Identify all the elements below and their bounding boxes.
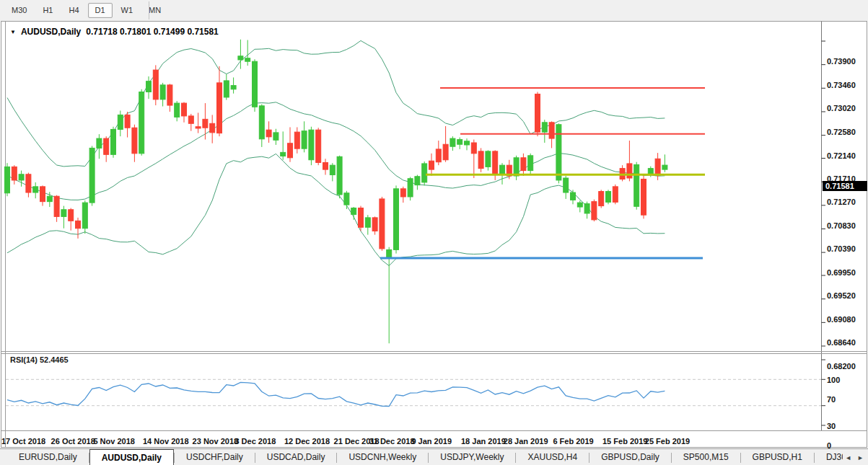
date-axis-label: 31 Dec 2018 [369, 437, 415, 446]
price-axis-label: 0.69080 [827, 315, 856, 324]
candle-body [443, 144, 448, 160]
candle-body [47, 196, 52, 201]
candle-body [380, 199, 385, 249]
candle-body [33, 187, 38, 192]
date-axis-label: 12 Dec 2018 [284, 437, 330, 446]
candle-body [167, 85, 172, 105]
price-axis-label: 0.68640 [827, 338, 856, 347]
chart-tab-usdchf[interactable]: USDCHF,Daily [175, 449, 255, 465]
tab-scroll-right-icon[interactable]: ► [857, 454, 864, 461]
chart-tab-usdjpy[interactable]: USDJPY,Weekly [429, 449, 515, 465]
candle-body [606, 192, 611, 203]
candle-body [309, 130, 314, 160]
timeframe-button-h1[interactable]: H1 [35, 3, 60, 18]
date-axis-label: 25 Feb 2019 [645, 437, 690, 446]
chart-title: ▼ AUDUSD,Daily 0.71718 0.71801 0.71499 0… [10, 27, 219, 37]
candle-body [521, 158, 526, 171]
chart-tab-eurusd[interactable]: EURUSD,Daily [7, 449, 89, 465]
chart-tab-bar: EURUSD,DailyAUDUSD,DailyUSDCHF,DailyUSDC… [0, 448, 868, 465]
chart-tab-usdcad[interactable]: USDCAD,Daily [255, 449, 337, 465]
chart-dropdown-icon[interactable]: ▼ [10, 29, 16, 35]
candle-body [450, 138, 455, 146]
price-axis-label: 0.71270 [827, 198, 856, 206]
candle-body [627, 164, 632, 178]
candle-body [125, 115, 130, 128]
price-chart-canvas[interactable] [0, 21, 868, 448]
rsi-line [7, 382, 665, 406]
candle-body [662, 165, 667, 169]
chart-ohlc-quote: 0.71718 0.71801 0.71499 0.71581 [86, 27, 219, 37]
candle-body [259, 106, 264, 139]
candle-body [493, 151, 498, 175]
price-axis-label: 0.73900 [827, 57, 856, 66]
timeframe-buttons: M30H1H4D1W1MN [0, 3, 168, 18]
candle-body [19, 174, 24, 180]
timeframe-button-w1[interactable]: W1 [114, 3, 141, 18]
price-axis-label: 0.70830 [827, 221, 856, 230]
candle-body [556, 125, 561, 180]
chart-tab-gbpusd[interactable]: GBPUSD,Daily [589, 449, 671, 465]
candle-body [613, 187, 618, 203]
candle-body [26, 174, 31, 192]
price-axis-label: 0.69520 [827, 291, 856, 300]
timeframe-button-m30[interactable]: M30 [4, 3, 34, 18]
chart-window[interactable]: ▼ AUDUSD,Daily 0.71718 0.71801 0.71499 0… [0, 21, 868, 448]
candle-body [238, 56, 243, 60]
candle-body [351, 208, 356, 215]
candle-body [182, 103, 187, 116]
tab-scroll-left-icon[interactable]: ◄ [845, 454, 851, 461]
price-axis-label: 0.70390 [827, 244, 856, 253]
timeframe-button-mn[interactable]: MN [141, 3, 168, 18]
candle-body [478, 151, 483, 169]
chart-tab-xauusd[interactable]: XAUUSD,H4 [516, 449, 589, 465]
date-axis-label: 23 Nov 2018 [193, 437, 239, 446]
candle-body [316, 130, 321, 162]
candle-body [400, 189, 405, 197]
candle-body [528, 156, 533, 171]
current-price-badge: 0.71581 [823, 181, 867, 191]
date-axis-label: 17 Oct 2018 [1, 437, 45, 446]
candle-body [188, 116, 193, 123]
candle-body [542, 123, 547, 132]
candle-body [288, 143, 293, 158]
date-axis-label: 18 Jan 2019 [461, 437, 506, 446]
rsi-axis-label: 100 [827, 376, 840, 384]
candle-body [359, 208, 364, 228]
candle-body [408, 179, 413, 197]
candle-body [436, 149, 441, 162]
chart-tab-sp500[interactable]: SP500,M15 [672, 449, 740, 465]
candle-body [641, 179, 646, 215]
candle-body [500, 165, 505, 174]
chart-tab-audusd[interactable]: AUDUSD,Daily [89, 449, 174, 465]
candle-body [89, 148, 95, 203]
candle-body [394, 189, 399, 250]
candle-body [203, 119, 208, 128]
candle-body [344, 193, 349, 205]
candle-body [415, 177, 420, 185]
candle-body [146, 81, 152, 92]
candle-body [175, 103, 180, 117]
candle-body [471, 143, 476, 154]
candle-body [153, 70, 158, 99]
candle-body [40, 187, 45, 202]
candle-body [97, 138, 102, 148]
candle-body [5, 167, 10, 192]
mt4-terminal: M30H1H4D1W1MN ▼ AUDUSD,Daily 0.71718 0.7… [0, 0, 868, 465]
candle-body [584, 204, 589, 213]
candle-body [69, 210, 74, 221]
timeframe-button-d1[interactable]: D1 [88, 3, 113, 18]
rsi-axis-label: 30 [827, 422, 836, 430]
candle-body [281, 152, 286, 156]
timeframe-button-h4[interactable]: H4 [61, 3, 86, 18]
price-axis-label: 0.73460 [827, 81, 856, 89]
chart-tab-usdcnh[interactable]: USDCNH,Weekly [337, 449, 428, 465]
candle-body [118, 115, 123, 129]
candle-body [61, 210, 66, 217]
price-axis-label: 0.68200 [827, 362, 856, 371]
candle-body [577, 203, 582, 207]
bollinger-lower-band [7, 154, 665, 265]
chart-tab-gbpusd[interactable]: GBPUSD,H1 [741, 449, 814, 465]
date-axis-label: 3 Dec 2018 [234, 437, 276, 446]
rsi-axis-label: 70 [827, 395, 836, 404]
candle-body [634, 164, 639, 206]
